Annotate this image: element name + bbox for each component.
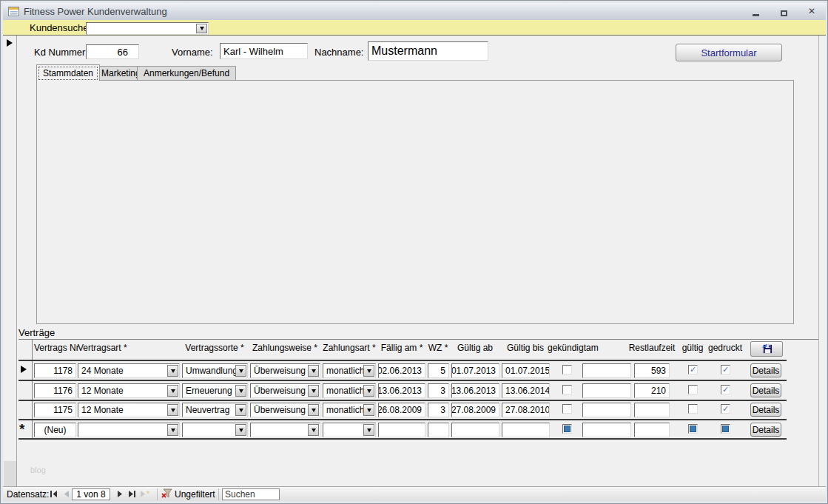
col-header-zahlungsweise: Zahlungsweise * (252, 343, 317, 353)
header-vorname-label: Vorname: (172, 47, 213, 58)
col-header-vertrags-nr: Vertrags Nr (34, 343, 79, 353)
window-title: Fitness Power Kundenverwaltung (24, 6, 167, 17)
header-kd-nummer-field[interactable]: 66 (86, 44, 139, 59)
col-header-wz: WZ * (428, 343, 448, 353)
header-nachname-field[interactable]: Mustermann (368, 41, 488, 61)
title-bar: Fitness Power Kundenverwaltung (3, 3, 826, 20)
header-nachname-label: Nachname: (314, 47, 363, 58)
col-header-gedruckt: gedruckt (708, 343, 742, 353)
col-header-gueltig-ab: Gültig ab (457, 343, 493, 353)
search-input[interactable] (222, 488, 280, 500)
svg-text:*: * (147, 490, 149, 498)
datensatz-label: Datensatz: (7, 489, 49, 500)
row-divider (18, 380, 787, 381)
last-record-button[interactable] (126, 489, 138, 499)
col-header-gekuendigt: gekündigt (548, 343, 586, 353)
table-selector-divider (32, 339, 33, 440)
row-divider (18, 438, 787, 440)
col-header-gueltig: gültig (682, 343, 704, 353)
tab-stammdaten[interactable]: Stammdaten (36, 64, 100, 81)
col-header-zahlungsart: Zahlungsart * (323, 343, 375, 353)
header-bottom-line (18, 360, 787, 361)
next-record-button[interactable] (114, 489, 126, 499)
save-subform-button[interactable] (750, 341, 783, 357)
status-bar: Datensatz: 1 von 8 * Ungefiltert (3, 486, 826, 501)
status-separator (218, 488, 219, 500)
startformular-button[interactable]: Startformular (676, 44, 782, 61)
selector-strip-footer (4, 461, 16, 488)
app-window: Fitness Power Kundenverwaltung ✕ Kundens… (0, 0, 828, 504)
filter-funnel-icon[interactable] (161, 488, 172, 498)
row-divider (18, 400, 787, 401)
row-divider (18, 419, 787, 420)
col-header-vertragssorte: Vertragssorte * (185, 343, 243, 353)
header-vorname-field[interactable]: Karl - Wilhelm (220, 43, 308, 59)
record-selector-divider (16, 36, 17, 488)
stammdaten-panel (36, 80, 794, 324)
kundensuche-combobox[interactable] (86, 22, 209, 35)
table-top-line (18, 339, 818, 340)
minimize-icon[interactable] (749, 7, 762, 16)
form-icon (8, 7, 19, 16)
previous-record-button[interactable] (61, 489, 73, 499)
watermark: blog (30, 466, 46, 474)
record-position: 1 von 8 (72, 488, 110, 500)
header-kd-nummer-label: Kd Nummer: (34, 47, 88, 58)
col-header-faellig-am: Fällig am * (381, 343, 423, 353)
new-record-button[interactable]: * (138, 489, 153, 499)
col-header-am: am (586, 343, 599, 353)
current-record-arrow-icon[interactable] (7, 39, 13, 47)
vertraege-section-label: Verträge (18, 327, 55, 338)
col-header-gueltig-bis: Gültig bis (507, 343, 544, 353)
close-icon[interactable]: ✕ (805, 7, 818, 16)
first-record-button[interactable] (48, 489, 60, 499)
status-separator (157, 488, 158, 500)
save-icon (761, 343, 773, 355)
tab-anmerkungen-befund[interactable]: Anmerkungen/Befund (137, 66, 236, 80)
kundensuche-label: Kundensuche: (30, 22, 91, 33)
col-header-restlaufzeit: Restlaufzeit (629, 343, 676, 353)
form-right-edge (818, 36, 819, 488)
filter-state-label[interactable]: Ungefiltert (175, 489, 215, 500)
col-header-vertragsart: Vertragsart * (78, 343, 127, 353)
maximize-icon[interactable] (777, 7, 790, 16)
chevron-down-icon[interactable] (196, 24, 207, 33)
